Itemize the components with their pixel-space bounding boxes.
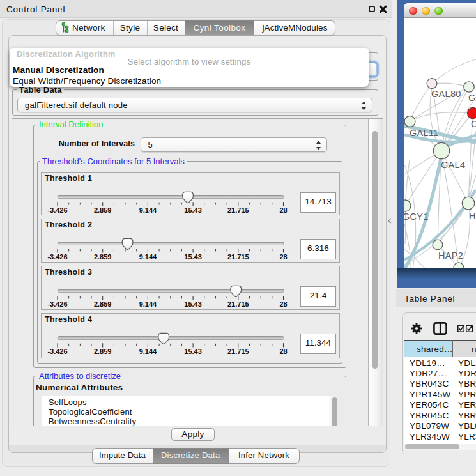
svg-text:28: 28	[279, 206, 287, 214]
svg-text:21.715: 21.715	[227, 300, 249, 308]
svg-text:GAL11: GAL11	[410, 128, 439, 138]
svg-text:9.144: 9.144	[139, 300, 157, 308]
svg-text:GAL80: GAL80	[431, 89, 461, 99]
svg-text:GAL4: GAL4	[441, 160, 465, 170]
svg-text:-3.426: -3.426	[47, 300, 67, 308]
svg-text:2.859: 2.859	[94, 206, 112, 214]
svg-text:2.859: 2.859	[94, 253, 112, 261]
svg-text:28: 28	[279, 253, 287, 261]
svg-text:28: 28	[279, 348, 287, 355]
svg-text:21.715: 21.715	[227, 348, 249, 355]
svg-text:2.859: 2.859	[94, 300, 112, 308]
svg-text:9.144: 9.144	[139, 206, 157, 214]
svg-text:-3.426: -3.426	[47, 206, 67, 214]
svg-text:9.144: 9.144	[139, 253, 157, 261]
svg-text:GA: GA	[468, 93, 476, 103]
svg-text:HAP2: HAP2	[438, 250, 463, 261]
svg-text:28: 28	[279, 300, 287, 308]
svg-text:2.859: 2.859	[94, 348, 112, 355]
svg-text:H: H	[469, 211, 476, 221]
svg-text:-3.426: -3.426	[47, 348, 67, 355]
svg-text:C: C	[471, 119, 476, 129]
svg-text:15.43: 15.43	[184, 206, 202, 214]
svg-text:-3.426: -3.426	[47, 253, 67, 261]
svg-text:15.43: 15.43	[184, 348, 202, 355]
svg-text:15.43: 15.43	[184, 300, 202, 308]
svg-text:9.144: 9.144	[139, 348, 157, 355]
svg-text:GCY1: GCY1	[404, 211, 429, 222]
svg-text:15.43: 15.43	[184, 253, 202, 261]
svg-text:21.715: 21.715	[227, 206, 249, 214]
svg-text:21.715: 21.715	[227, 253, 249, 261]
